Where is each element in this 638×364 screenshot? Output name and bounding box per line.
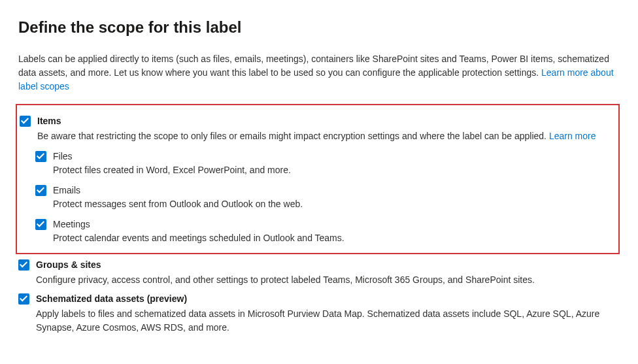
files-row: Files Protect files created in Word, Exc… [35,150,613,177]
items-row: Items Be aware that restricting the scop… [20,114,613,143]
items-learn-more-link[interactable]: Learn more [549,131,596,141]
groups-desc: Configure privacy, access control, and o… [36,273,620,287]
groups-checkbox[interactable] [18,259,29,271]
emails-desc: Protect messages sent from Outlook and O… [53,197,613,211]
items-desc: Be aware that restricting the scope to o… [37,129,613,143]
schematized-desc: Apply labels to files and schematized da… [36,307,620,335]
intro-paragraph: Labels can be applied directly to items … [18,52,620,93]
meetings-row: Meetings Protect calendar events and mee… [35,218,613,245]
emails-row: Emails Protect messages sent from Outloo… [35,184,613,211]
schematized-checkbox[interactable] [18,293,29,305]
emails-label[interactable]: Emails [53,184,613,197]
page-title: Define the scope for this label [18,16,620,39]
emails-checkbox[interactable] [35,185,46,196]
items-checkbox[interactable] [20,116,31,127]
meetings-label[interactable]: Meetings [53,218,613,231]
files-label[interactable]: Files [53,150,613,163]
items-highlight-box: Items Be aware that restricting the scop… [16,104,620,254]
files-checkbox[interactable] [35,151,46,162]
meetings-checkbox[interactable] [35,219,46,230]
meetings-desc: Protect calendar events and meetings sch… [53,231,613,245]
intro-text: Labels can be applied directly to items … [18,54,609,78]
schematized-row: Schematized data assets (preview) Apply … [18,292,620,335]
groups-label[interactable]: Groups & sites [36,258,620,272]
items-subgroup: Files Protect files created in Word, Exc… [20,150,613,245]
files-desc: Protect files created in Word, Excel Pow… [53,163,613,177]
groups-row: Groups & sites Configure privacy, access… [18,258,620,287]
items-label[interactable]: Items [37,114,613,128]
items-content: Items Be aware that restricting the scop… [37,114,613,143]
schematized-label[interactable]: Schematized data assets (preview) [36,292,620,306]
